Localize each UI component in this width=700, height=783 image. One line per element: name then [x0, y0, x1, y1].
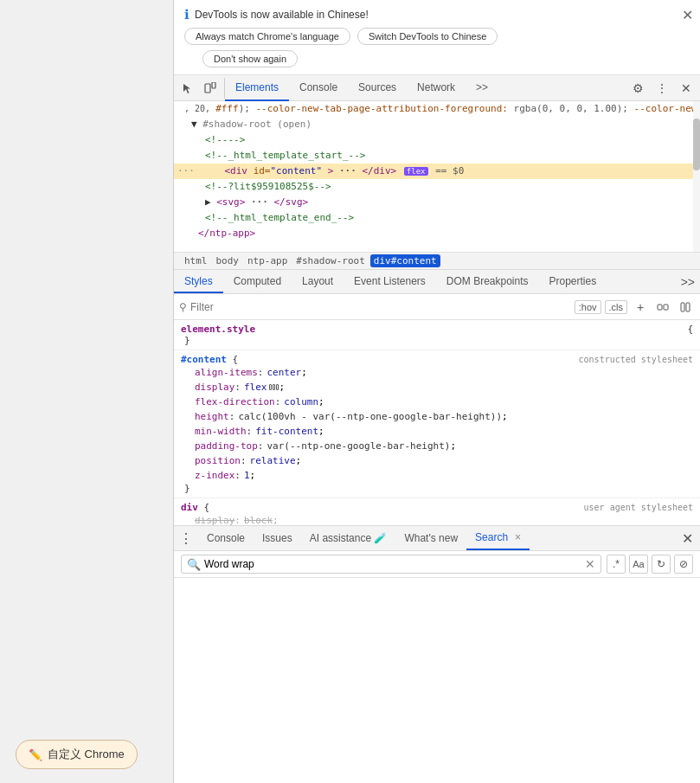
filter-bar: ⚲ :hov .cls + [174, 294, 700, 320]
pseudo-states-btn[interactable]: :hov [575, 300, 601, 314]
dom-line-comment4: <!--_html_template_end_--> [174, 210, 700, 226]
svg-rect-5 [686, 303, 690, 311]
clear-all-search-btn[interactable]: ⊘ [674, 555, 693, 574]
bottom-tab-more-btn[interactable]: ⋮ [174, 530, 198, 547]
notification-buttons: Always match Chrome's language Switch De… [184, 28, 690, 45]
tab-console[interactable]: Console [289, 75, 348, 101]
dom-line-svg[interactable]: ▶ <svg> ··· </svg> [174, 195, 700, 210]
tab-event-listeners[interactable]: Event Listeners [344, 270, 436, 293]
svg-rect-3 [664, 305, 668, 310]
css-panel: element.style { } #content { constructed… [174, 320, 700, 525]
cursor-tool-btn[interactable] [177, 78, 198, 99]
search-results-area [174, 578, 700, 783]
filter-input[interactable] [190, 301, 571, 313]
dom-scrollbar-track[interactable] [693, 101, 700, 252]
dom-line-comment2: <!--_html_template_start_--> [174, 148, 700, 164]
css-section-div: div { user agent stylesheet display : bl… [174, 498, 700, 525]
switch-devtools-btn[interactable]: Switch DevTools to Chinese [357, 28, 498, 45]
clear-search-btn[interactable]: ✕ [585, 557, 595, 571]
css-element-style-close: } [181, 335, 693, 346]
bottom-tab-console[interactable]: Console [198, 526, 254, 550]
css-prop-flex-direction: flex-direction : column; [181, 395, 693, 409]
regex-search-btn[interactable]: .* [607, 555, 626, 574]
bottom-tabs-bar: ⋮ Console Issues AI assistance 🧪 What's … [174, 525, 700, 551]
bottom-tab-ai-assistance[interactable]: AI assistance 🧪 [301, 526, 396, 550]
computed-sidebar-btn[interactable] [676, 298, 695, 317]
css-prop-display: display : flex ; [181, 380, 693, 395]
css-prop-display-strikethrough: display : block; [181, 513, 693, 525]
dom-line-comment1: <!----> [174, 132, 700, 148]
breadcrumb-shadow-root[interactable]: #shadow-root [292, 254, 368, 267]
notification-bar: ℹ DevTools is now available in Chinese! … [174, 0, 700, 75]
tab-properties[interactable]: Properties [539, 270, 607, 293]
mobile-toggle-btn[interactable] [200, 78, 221, 99]
css-div-selector-line: div { user agent stylesheet [181, 502, 693, 513]
notification-close-btn[interactable]: ✕ [682, 7, 693, 23]
css-element-style-selector: element.style { [181, 324, 693, 335]
dom-scrollbar-thumb[interactable] [693, 119, 700, 170]
devtools-toolbar: Elements Console Sources Network >> ⚙ ⋮ … [174, 75, 700, 101]
dom-line-shadow-root[interactable]: ▼ #shadow-root (open) [174, 117, 700, 132]
css-prop-z-index: z-index : 1; [181, 468, 693, 483]
devtools-main-tabs: Elements Console Sources Network >> [225, 75, 624, 101]
dom-line-1: , 20, #fff); --color-new-tab-page-attrib… [174, 101, 700, 117]
bottom-tab-search[interactable]: Search × [466, 526, 530, 550]
close-bottom-panel-btn[interactable]: ✕ [675, 530, 700, 547]
tab-network[interactable]: Network [407, 75, 466, 101]
toolbar-right: ⚙ ⋮ ✕ [624, 78, 697, 99]
toggle-element-state-btn[interactable] [653, 298, 672, 317]
tab-sources[interactable]: Sources [348, 75, 407, 101]
tab-computed[interactable]: Computed [223, 270, 292, 293]
svg-rect-4 [681, 303, 684, 311]
dom-line-ntp-app-close[interactable]: </ntp-app> [174, 226, 700, 241]
settings-btn[interactable]: ⚙ [627, 78, 648, 99]
styles-panel-tabs: Styles Computed Layout Event Listeners D… [174, 270, 700, 294]
always-match-btn[interactable]: Always match Chrome's language [184, 28, 350, 45]
cls-btn[interactable]: .cls [605, 300, 628, 314]
css-prop-position: position : relative; [181, 453, 693, 468]
search-tab-close-btn[interactable]: × [515, 531, 521, 543]
match-case-btn[interactable]: Aa [629, 555, 648, 574]
dom-tree: , 20, #fff); --color-new-tab-page-attrib… [174, 101, 700, 253]
close-devtools-btn[interactable]: ✕ [676, 78, 697, 99]
devtools-panel: ℹ DevTools is now available in Chinese! … [173, 0, 700, 783]
css-prop-align-items: align-items : center; [181, 365, 693, 380]
bottom-tab-issues[interactable]: Issues [254, 526, 301, 550]
search-action-btns: .* Aa ↻ ⊘ [607, 555, 693, 574]
dom-line-content-div[interactable]: ··· <div id="content" > ··· </div> flex … [174, 164, 700, 179]
customize-chrome-btn[interactable]: ✏️ 自定义 Chrome [16, 740, 138, 769]
svg-rect-1 [212, 82, 215, 88]
toolbar-icons [177, 78, 225, 99]
tab-elements[interactable]: Elements [225, 75, 289, 101]
add-style-rule-btn[interactable]: + [631, 298, 650, 317]
css-section-content: #content { constructed stylesheet align-… [174, 350, 700, 498]
breadcrumb-body[interactable]: body [213, 254, 243, 267]
more-options-btn[interactable]: ⋮ [652, 78, 672, 99]
pencil-icon: ✏️ [29, 748, 42, 761]
css-content-close: } [181, 483, 693, 494]
dom-line-comment3: <!--?lit$959108525$--> [174, 179, 700, 195]
css-prop-min-width: min-width : fit-content; [181, 424, 693, 439]
flex-icon [269, 380, 279, 395]
css-content-selector-line: #content { constructed stylesheet [181, 354, 693, 365]
breadcrumb-div-content[interactable]: div#content [370, 254, 440, 267]
svg-rect-0 [205, 84, 210, 93]
breadcrumb-ntp-app[interactable]: ntp-app [244, 254, 291, 267]
tab-styles[interactable]: Styles [174, 270, 223, 293]
bottom-tab-whats-new[interactable]: What's new [395, 526, 466, 550]
breadcrumb-html[interactable]: html [181, 254, 211, 267]
filter-actions: :hov .cls + [575, 298, 695, 317]
notification-message: DevTools is now available in Chinese! [195, 9, 369, 21]
search-input-wrapper: 🔍 ✕ [181, 555, 601, 574]
notification-title: ℹ DevTools is now available in Chinese! [184, 7, 690, 22]
svg-rect-2 [658, 305, 662, 310]
customize-chrome-label: 自定义 Chrome [48, 747, 125, 762]
tab-dom-breakpoints[interactable]: DOM Breakpoints [436, 270, 539, 293]
search-bar: 🔍 ✕ .* Aa ↻ ⊘ [174, 551, 700, 578]
refresh-search-btn[interactable]: ↻ [652, 555, 671, 574]
tab-layout[interactable]: Layout [292, 270, 344, 293]
dont-show-again-btn[interactable]: Don't show again [202, 50, 298, 67]
styles-tabs-overflow[interactable]: >> [676, 275, 700, 289]
tab-more[interactable]: >> [466, 75, 498, 101]
search-input[interactable] [204, 558, 581, 570]
